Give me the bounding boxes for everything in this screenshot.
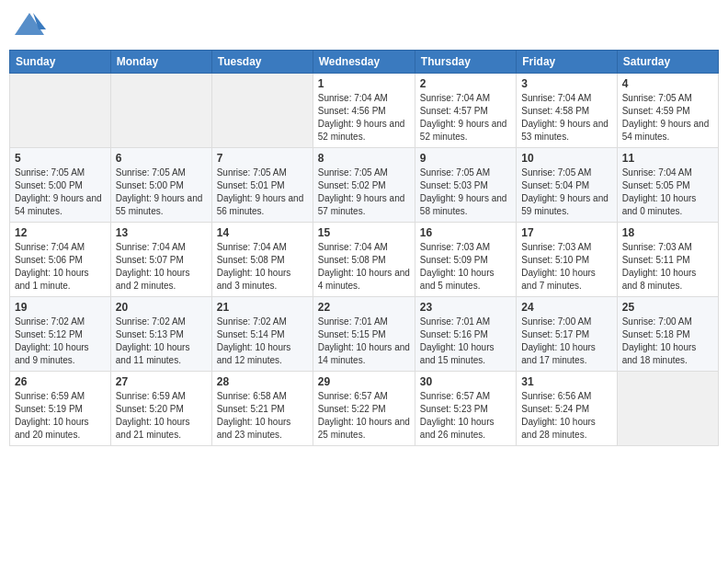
weekday-row: SundayMondayTuesdayWednesdayThursdayFrid…: [10, 51, 719, 74]
day-info: Sunrise: 7:04 AM Sunset: 5:08 PM Dayligh…: [318, 241, 410, 293]
calendar-cell: 17Sunrise: 7:03 AM Sunset: 5:10 PM Dayli…: [517, 223, 617, 297]
calendar-cell: 24Sunrise: 7:00 AM Sunset: 5:17 PM Dayli…: [517, 297, 617, 372]
day-info: Sunrise: 7:02 AM Sunset: 5:14 PM Dayligh…: [217, 316, 308, 367]
weekday-header-wednesday: Wednesday: [313, 51, 415, 74]
day-number: 24: [521, 301, 611, 314]
day-number: 14: [217, 226, 308, 239]
day-number: 25: [622, 301, 713, 314]
day-info: Sunrise: 7:04 AM Sunset: 4:57 PM Dayligh…: [420, 92, 511, 144]
calendar-cell: 1Sunrise: 7:04 AM Sunset: 4:56 PM Daylig…: [313, 74, 415, 148]
calendar-cell: [211, 74, 313, 148]
calendar-cell: 6Sunrise: 7:05 AM Sunset: 5:00 PM Daylig…: [110, 148, 211, 223]
calendar-cell: [110, 74, 211, 148]
calendar-cell: 15Sunrise: 7:04 AM Sunset: 5:08 PM Dayli…: [313, 223, 415, 297]
day-info: Sunrise: 7:05 AM Sunset: 5:04 PM Dayligh…: [521, 167, 611, 218]
calendar-cell: 31Sunrise: 6:56 AM Sunset: 5:24 PM Dayli…: [517, 372, 617, 446]
weekday-header-saturday: Saturday: [617, 51, 718, 74]
page-header: [9, 9, 719, 42]
calendar-cell: 12Sunrise: 7:04 AM Sunset: 5:06 PM Dayli…: [10, 223, 111, 297]
weekday-header-thursday: Thursday: [415, 51, 516, 74]
calendar-cell: 26Sunrise: 6:59 AM Sunset: 5:19 PM Dayli…: [10, 372, 111, 446]
day-number: 26: [15, 375, 106, 388]
day-number: 13: [116, 226, 207, 239]
day-number: 7: [217, 152, 308, 165]
weekday-header-sunday: Sunday: [10, 51, 111, 74]
day-info: Sunrise: 7:05 AM Sunset: 5:02 PM Dayligh…: [318, 167, 410, 218]
day-info: Sunrise: 7:02 AM Sunset: 5:13 PM Dayligh…: [116, 316, 207, 367]
calendar-cell: 16Sunrise: 7:03 AM Sunset: 5:09 PM Dayli…: [415, 223, 516, 297]
logo: [13, 9, 50, 42]
calendar-week-1: 1Sunrise: 7:04 AM Sunset: 4:56 PM Daylig…: [10, 74, 719, 148]
weekday-header-tuesday: Tuesday: [211, 51, 313, 74]
day-info: Sunrise: 7:03 AM Sunset: 5:10 PM Dayligh…: [521, 241, 611, 293]
day-number: 12: [15, 226, 106, 239]
day-info: Sunrise: 7:04 AM Sunset: 4:58 PM Dayligh…: [521, 92, 611, 144]
day-info: Sunrise: 6:59 AM Sunset: 5:19 PM Dayligh…: [15, 390, 106, 442]
day-info: Sunrise: 7:05 AM Sunset: 5:03 PM Dayligh…: [420, 167, 511, 218]
day-number: 16: [420, 226, 511, 239]
day-number: 29: [318, 375, 410, 388]
day-number: 8: [318, 152, 410, 165]
day-info: Sunrise: 7:04 AM Sunset: 5:05 PM Dayligh…: [622, 167, 713, 218]
calendar-cell: 10Sunrise: 7:05 AM Sunset: 5:04 PM Dayli…: [517, 148, 617, 223]
day-number: 5: [15, 152, 106, 165]
day-info: Sunrise: 7:04 AM Sunset: 5:06 PM Dayligh…: [15, 241, 106, 293]
calendar-header: SundayMondayTuesdayWednesdayThursdayFrid…: [10, 51, 719, 74]
logo-icon: [13, 9, 46, 42]
day-info: Sunrise: 7:03 AM Sunset: 5:09 PM Dayligh…: [420, 241, 511, 293]
day-number: 2: [420, 77, 511, 90]
calendar-cell: 5Sunrise: 7:05 AM Sunset: 5:00 PM Daylig…: [10, 148, 111, 223]
day-info: Sunrise: 7:01 AM Sunset: 5:15 PM Dayligh…: [318, 316, 410, 367]
day-number: 27: [116, 375, 207, 388]
calendar-cell: 20Sunrise: 7:02 AM Sunset: 5:13 PM Dayli…: [110, 297, 211, 372]
calendar-cell: 3Sunrise: 7:04 AM Sunset: 4:58 PM Daylig…: [517, 74, 617, 148]
calendar-cell: 8Sunrise: 7:05 AM Sunset: 5:02 PM Daylig…: [313, 148, 415, 223]
calendar-week-3: 12Sunrise: 7:04 AM Sunset: 5:06 PM Dayli…: [10, 223, 719, 297]
day-info: Sunrise: 6:57 AM Sunset: 5:23 PM Dayligh…: [420, 390, 511, 442]
day-number: 18: [622, 226, 713, 239]
day-number: 30: [420, 375, 511, 388]
calendar-cell: 18Sunrise: 7:03 AM Sunset: 5:11 PM Dayli…: [617, 223, 718, 297]
weekday-header-friday: Friday: [517, 51, 617, 74]
calendar-table: SundayMondayTuesdayWednesdayThursdayFrid…: [9, 50, 719, 446]
calendar-cell: [10, 74, 111, 148]
day-info: Sunrise: 7:03 AM Sunset: 5:11 PM Dayligh…: [622, 241, 713, 293]
calendar-cell: 14Sunrise: 7:04 AM Sunset: 5:08 PM Dayli…: [211, 223, 313, 297]
day-number: 21: [217, 301, 308, 314]
day-number: 3: [521, 77, 611, 90]
day-number: 11: [622, 152, 713, 165]
calendar-cell: 28Sunrise: 6:58 AM Sunset: 5:21 PM Dayli…: [211, 372, 313, 446]
calendar-cell: 30Sunrise: 6:57 AM Sunset: 5:23 PM Dayli…: [415, 372, 516, 446]
day-info: Sunrise: 7:05 AM Sunset: 5:01 PM Dayligh…: [217, 167, 308, 218]
calendar-body: 1Sunrise: 7:04 AM Sunset: 4:56 PM Daylig…: [10, 74, 719, 446]
day-number: 10: [521, 152, 611, 165]
day-number: 28: [217, 375, 308, 388]
calendar-cell: 11Sunrise: 7:04 AM Sunset: 5:05 PM Dayli…: [617, 148, 718, 223]
day-number: 15: [318, 226, 410, 239]
day-number: 31: [521, 375, 611, 388]
day-number: 9: [420, 152, 511, 165]
day-info: Sunrise: 7:04 AM Sunset: 5:07 PM Dayligh…: [116, 241, 207, 293]
calendar-cell: 21Sunrise: 7:02 AM Sunset: 5:14 PM Dayli…: [211, 297, 313, 372]
calendar-cell: 22Sunrise: 7:01 AM Sunset: 5:15 PM Dayli…: [313, 297, 415, 372]
day-info: Sunrise: 7:04 AM Sunset: 4:56 PM Dayligh…: [318, 92, 410, 144]
day-info: Sunrise: 6:57 AM Sunset: 5:22 PM Dayligh…: [318, 390, 410, 442]
day-info: Sunrise: 7:01 AM Sunset: 5:16 PM Dayligh…: [420, 316, 511, 367]
day-number: 22: [318, 301, 410, 314]
day-info: Sunrise: 6:58 AM Sunset: 5:21 PM Dayligh…: [217, 390, 308, 442]
day-info: Sunrise: 7:05 AM Sunset: 5:00 PM Dayligh…: [116, 167, 207, 218]
day-info: Sunrise: 6:59 AM Sunset: 5:20 PM Dayligh…: [116, 390, 207, 442]
day-number: 4: [622, 77, 713, 90]
calendar-week-2: 5Sunrise: 7:05 AM Sunset: 5:00 PM Daylig…: [10, 148, 719, 223]
calendar-week-4: 19Sunrise: 7:02 AM Sunset: 5:12 PM Dayli…: [10, 297, 719, 372]
day-number: 17: [521, 226, 611, 239]
calendar-cell: 23Sunrise: 7:01 AM Sunset: 5:16 PM Dayli…: [415, 297, 516, 372]
day-info: Sunrise: 7:05 AM Sunset: 5:00 PM Dayligh…: [15, 167, 106, 218]
calendar-cell: 19Sunrise: 7:02 AM Sunset: 5:12 PM Dayli…: [10, 297, 111, 372]
calendar-cell: [617, 372, 718, 446]
calendar-cell: 27Sunrise: 6:59 AM Sunset: 5:20 PM Dayli…: [110, 372, 211, 446]
calendar-cell: 25Sunrise: 7:00 AM Sunset: 5:18 PM Dayli…: [617, 297, 718, 372]
day-info: Sunrise: 6:56 AM Sunset: 5:24 PM Dayligh…: [521, 390, 611, 442]
day-info: Sunrise: 7:04 AM Sunset: 5:08 PM Dayligh…: [217, 241, 308, 293]
day-number: 1: [318, 77, 410, 90]
